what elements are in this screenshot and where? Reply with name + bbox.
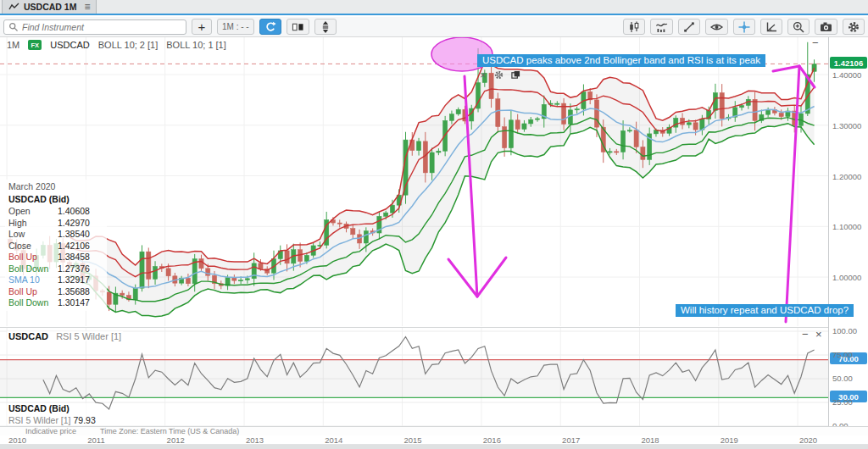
info-date: March 2020 (8, 181, 103, 191)
current-price-badge: 1.42106 (830, 57, 867, 69)
price-tick-label: 1.10000 (832, 222, 861, 231)
delete-drawing-icon[interactable]: × (480, 69, 487, 81)
rsi-close-button[interactable]: × (815, 330, 822, 339)
trendline-button[interactable] (678, 19, 700, 35)
annotation-callout-bottom[interactable]: Will history repeat and USDCAD drop? (676, 304, 854, 317)
price-tick-label: 1.20000 (832, 172, 861, 181)
main-panel-minimize-button[interactable]: − (812, 39, 819, 47)
legend-symbol[interactable]: USDCAD (50, 40, 89, 50)
timeframe-button[interactable]: 1M : - - (217, 19, 254, 35)
price-axis[interactable]: 1.42106 70.00 30.00 1.400001.300001.2000… (828, 37, 868, 426)
info-row: Boll Up1.38458 (8, 252, 103, 263)
indicators-button[interactable] (650, 19, 673, 35)
info-row-value: 1.38540 (58, 229, 90, 241)
info-row-label: Boll Down (8, 263, 58, 275)
info-row: Low1.38540 (8, 229, 103, 241)
axis-scale-button[interactable] (760, 19, 782, 35)
instrument-search[interactable] (3, 19, 186, 35)
info-row: SMA 101.32917 (8, 274, 103, 286)
line-chart-icon (8, 3, 19, 11)
year-tick-label: 2012 (167, 435, 185, 445)
info-row: Open1.40608 (8, 206, 103, 218)
year-tick-label: 2019 (721, 435, 738, 445)
tab-menu-icon[interactable]: ≡ (84, 3, 90, 11)
info-row-value: 1.38458 (58, 252, 90, 263)
year-tick-label: 2020 (799, 435, 817, 445)
chart-tab[interactable]: USDCAD 1M ≡ (2, 0, 97, 14)
crosshair-icon (738, 21, 750, 33)
info-row-label: Boll Down (8, 297, 58, 309)
chart-legend: 1M FX USDCAD BOLL 10; 2 [1] BOLL 10; 1 [… (7, 40, 226, 50)
info-row: Boll Up1.35688 (8, 286, 103, 298)
settings-button[interactable] (843, 19, 865, 35)
legend-indicator-boll2[interactable]: BOLL 10; 2 [1] (98, 40, 159, 50)
year-tick-label: 2017 (562, 435, 580, 445)
drawing-settings-icon[interactable] (494, 70, 504, 80)
info-row: High1.42970 (8, 218, 103, 230)
rsi-info-value: 79.93 (73, 415, 95, 425)
trading-app-window: USDCAD 1M ≡ + 1M : - - (0, 0, 868, 449)
info-row-label: SMA 10 (8, 274, 58, 286)
indicative-price-label: Indicative price (25, 427, 76, 435)
visibility-button[interactable] (705, 19, 728, 35)
rsi-panel[interactable] (0, 327, 828, 426)
clone-drawing-icon[interactable] (511, 70, 520, 80)
info-row-label: Boll Up (8, 286, 58, 298)
info-row-label: Close (8, 241, 58, 252)
snapshot-button[interactable] (815, 19, 837, 35)
info-row: Boll Down1.27376 (8, 263, 103, 275)
chart-display-mode-button[interactable] (287, 19, 309, 35)
camera-icon (820, 21, 832, 32)
info-row-label: Open (8, 206, 58, 218)
info-row-value: 1.30147 (58, 297, 90, 309)
candlestick-style-button[interactable] (623, 19, 645, 35)
rsi-header-symbol: USDCAD (8, 331, 48, 341)
undo-icon (264, 21, 276, 32)
legend-indicator-boll1[interactable]: BOLL 10; 1 [1] (166, 40, 226, 50)
trendline-icon (683, 21, 695, 33)
info-title: USDCAD (Bid) (8, 194, 103, 204)
ohlc-info-panel: March 2020 USDCAD (Bid) Open1.40608High1… (5, 180, 107, 311)
rsi-info-title: USDCAD (Bid) (8, 403, 96, 413)
zoom-in-icon (793, 21, 804, 33)
price-tick-label: 1.40000 (832, 70, 861, 80)
eye-icon (710, 22, 723, 32)
rsi-panel-header: USDCAD RSI 5 Wilder [1] (7, 331, 123, 341)
rsi-tick-label: 25.00 (832, 397, 853, 407)
fx-badge: FX (28, 40, 42, 50)
info-row-value: 1.32917 (58, 274, 90, 286)
timezone-label[interactable]: Time Zone: Eastern Time (US & Canada) (100, 427, 239, 435)
info-row-label: Low (8, 229, 58, 241)
info-row: Boll Down1.30147 (8, 297, 103, 309)
legend-timeframe: 1M (7, 40, 19, 50)
gear-icon (848, 21, 860, 33)
search-input[interactable] (22, 22, 175, 32)
chart-region: 1M FX USDCAD BOLL 10; 2 [1] BOLL 10; 1 [… (0, 37, 868, 449)
year-tick-label: 2014 (325, 435, 342, 445)
rsi-info-indicator: RSI 5 Wilder [1] (8, 415, 71, 425)
candle-display-icon (292, 21, 304, 32)
split-panel-button[interactable] (314, 19, 337, 35)
time-axis[interactable]: 2010201120122013201420152016201720182019… (0, 435, 868, 445)
main-price-panel[interactable] (0, 37, 828, 326)
rsi-tick-label: 100.00 (832, 326, 857, 335)
reset-chart-button[interactable] (259, 19, 281, 35)
price-tick-label: 1.30000 (832, 121, 861, 130)
rsi-header-indicator[interactable]: RSI 5 Wilder [1] (56, 331, 121, 341)
info-row-value: 1.42106 (58, 241, 90, 252)
annotation-callout-top[interactable]: USDCAD peaks above 2nd Bollinger band an… (477, 54, 765, 67)
year-tick-label: 2018 (641, 435, 659, 445)
indicators-icon (655, 21, 668, 33)
rsi-tick-label: 75.00 (832, 350, 853, 359)
zoom-in-button[interactable] (787, 19, 810, 35)
footer-bar: Indicative price Time Zone: Eastern Time… (0, 426, 868, 435)
chart-toolbar: + 1M : - - (0, 17, 868, 37)
info-row-label: High (8, 218, 58, 230)
window-tab-bar: USDCAD 1M ≡ (0, 0, 868, 15)
info-row-value: 1.40608 (58, 206, 90, 218)
add-instrument-button[interactable]: + (192, 19, 212, 35)
crosshair-button[interactable] (733, 19, 755, 35)
rsi-minimize-button[interactable]: − (802, 330, 809, 339)
chart-tab-title: USDCAD 1M (24, 2, 76, 12)
year-tick-label: 2011 (87, 435, 104, 445)
